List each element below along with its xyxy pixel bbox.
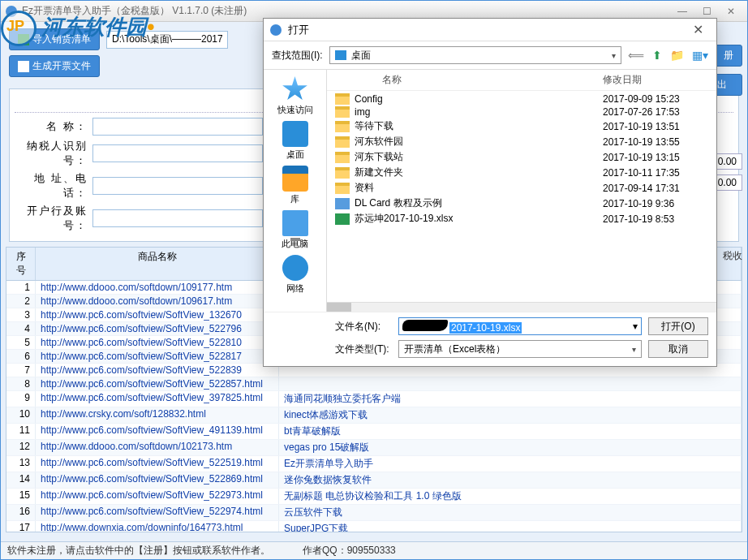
app-icon bbox=[6, 6, 17, 17]
open-dialog: 打开 ✕ 查找范围(I): 桌面 ▾ ⟸ ⬆ 📁 ▦▾ 快速访问 桌面 库 此电… bbox=[263, 18, 717, 367]
file-date: 2017-07-26 17:53 bbox=[603, 106, 708, 118]
file-row[interactable]: 资料2017-09-14 17:31 bbox=[335, 180, 708, 196]
place-quick[interactable]: 快速访问 bbox=[277, 76, 313, 116]
file-row[interactable]: 等待下载2017-10-19 13:51 bbox=[335, 118, 708, 134]
file-row[interactable]: 新建文件夹2017-10-11 17:35 bbox=[335, 165, 708, 180]
file-date: 2017-10-19 8:53 bbox=[603, 213, 708, 225]
file-row[interactable]: 河东软件园2017-10-19 13:55 bbox=[335, 134, 708, 149]
minimize-button[interactable]: — bbox=[671, 4, 694, 19]
cell-seq: 2 bbox=[6, 295, 36, 308]
file-row[interactable]: 苏远坤2017-10-19.xlsx2017-10-19 8:53 bbox=[335, 211, 708, 226]
redacted-icon bbox=[402, 320, 448, 331]
cell-name: 迷你兔数据恢复软件 bbox=[279, 472, 742, 488]
place-library[interactable]: 库 bbox=[282, 166, 308, 205]
folder-icon bbox=[335, 93, 350, 105]
tax-label: 税收 bbox=[723, 249, 742, 263]
file-row[interactable]: Config2017-09-09 15:23 bbox=[335, 93, 708, 106]
address-input[interactable] bbox=[92, 177, 263, 195]
cell-url: http://www.pc6.com/softview/SoftView_522… bbox=[36, 364, 279, 377]
dialog-close-button[interactable]: ✕ bbox=[686, 22, 710, 37]
bank-input[interactable] bbox=[92, 209, 263, 227]
place-network[interactable]: 网络 bbox=[282, 255, 308, 295]
cell-seq: 15 bbox=[6, 489, 36, 504]
table-row[interactable]: 12http://www.ddooo.com/softdown/102173.h… bbox=[6, 440, 742, 456]
import-list-button[interactable]: 导入销货清单 bbox=[9, 28, 100, 50]
excel-icon bbox=[18, 34, 29, 45]
path-input[interactable] bbox=[106, 31, 228, 49]
taxid-label: 纳税人识别号： bbox=[15, 139, 88, 168]
statusbar: 软件未注册，请点击软件中的【注册】按钮或联系软件作者。 作者QQ：9095503… bbox=[1, 541, 747, 559]
maximize-button[interactable]: ☐ bbox=[695, 4, 718, 19]
cell-url: http://www.pc6.com/softview/SoftView_522… bbox=[36, 336, 279, 349]
generate-file-label: 生成开票文件 bbox=[32, 59, 91, 73]
filetype-combo[interactable]: 开票清单（Excel表格）▾ bbox=[398, 340, 642, 358]
bank-label: 开户行及账号： bbox=[15, 204, 88, 233]
cancel-button[interactable]: 取消 bbox=[648, 340, 708, 358]
up-icon[interactable]: ⬆ bbox=[652, 49, 662, 62]
cell-url: http://www.pc6.com/softview/SoftView_491… bbox=[36, 424, 279, 439]
place-thispc[interactable]: 此电脑 bbox=[282, 210, 308, 250]
name-input[interactable] bbox=[92, 118, 263, 136]
folder-icon bbox=[335, 152, 350, 163]
file-name: 等待下载 bbox=[355, 119, 603, 133]
table-row[interactable]: 15http://www.pc6.com/softview/SoftView_5… bbox=[6, 489, 742, 505]
table-row[interactable]: 16http://www.pc6.com/softview/SoftView_5… bbox=[6, 505, 742, 521]
col-name[interactable]: 商品名称 bbox=[36, 248, 279, 280]
cell-name bbox=[279, 377, 742, 390]
desktop-icon bbox=[335, 50, 346, 60]
table-row[interactable]: 10http://www.crsky.com/soft/128832.htmlk… bbox=[6, 407, 742, 424]
name-label: 名 称： bbox=[15, 119, 88, 134]
horizontal-scrollbar[interactable] bbox=[327, 302, 716, 312]
file-date: 2017-10-19 13:15 bbox=[603, 152, 708, 163]
cell-url: http://www.pc6.com/softview/SoftView_522… bbox=[36, 350, 279, 363]
cell-seq: 9 bbox=[6, 391, 36, 407]
register-button[interactable]: 册 bbox=[715, 45, 742, 67]
file-row[interactable]: 河东下载站2017-10-19 13:15 bbox=[335, 149, 708, 165]
taxid-input[interactable] bbox=[92, 144, 263, 162]
cell-seq: 10 bbox=[6, 407, 36, 423]
places-bar: 快速访问 桌面 库 此电脑 网络 bbox=[264, 70, 327, 312]
cell-url: http://www.pc6.com/softview/SoftView_522… bbox=[36, 456, 279, 472]
cell-url: http://www.ddooo.com/softdown/109177.htm bbox=[36, 281, 279, 294]
file-row[interactable]: DL Card 教程及示例2017-10-19 9:36 bbox=[335, 196, 708, 211]
table-row[interactable]: 13http://www.pc6.com/softview/SoftView_5… bbox=[6, 456, 742, 472]
cell-url: http://www.pc6.com/softview/SoftView_132… bbox=[36, 308, 279, 321]
table-row[interactable]: 17http://www.downxia.com/downinfo/164773… bbox=[6, 521, 742, 532]
table-row[interactable]: 14http://www.pc6.com/softview/SoftView_5… bbox=[6, 472, 742, 489]
table-row[interactable]: 11http://www.pc6.com/softview/SoftView_4… bbox=[6, 424, 742, 440]
table-row[interactable]: 8http://www.pc6.com/softview/SoftView_52… bbox=[6, 377, 742, 391]
cell-seq: 1 bbox=[6, 281, 36, 294]
place-desktop[interactable]: 桌面 bbox=[282, 121, 308, 161]
back-icon[interactable]: ⟸ bbox=[628, 49, 644, 62]
filelist-col-date[interactable]: 修改日期 bbox=[603, 73, 708, 87]
file-name: 苏远坤2017-10-19.xlsx bbox=[355, 212, 603, 226]
view-menu-icon[interactable]: ▦▾ bbox=[692, 49, 708, 62]
lookin-combo[interactable]: 桌面 ▾ bbox=[329, 46, 621, 64]
file-row[interactable]: img2017-07-26 17:53 bbox=[335, 106, 708, 118]
col-seq[interactable]: 序号 bbox=[6, 248, 36, 280]
file-date: 2017-09-14 17:31 bbox=[603, 183, 708, 194]
file-name: 河东软件园 bbox=[355, 135, 603, 149]
cell-seq: 4 bbox=[6, 322, 36, 335]
cell-url: http://www.ddooo.com/softdown/102173.htm bbox=[36, 440, 279, 455]
filetype-label: 文件类型(T): bbox=[335, 342, 392, 356]
newfolder-icon[interactable]: 📁 bbox=[670, 49, 684, 62]
xls-icon bbox=[335, 213, 350, 225]
cell-seq: 11 bbox=[6, 424, 36, 439]
file-date: 2017-10-19 13:51 bbox=[603, 121, 708, 132]
table-row[interactable]: 9http://www.pc6.com/softview/SoftView_39… bbox=[6, 391, 742, 407]
filelist-col-name[interactable]: 名称 bbox=[382, 73, 603, 87]
cell-seq: 14 bbox=[6, 472, 36, 488]
cell-name: SuperJPG下载 bbox=[279, 521, 742, 532]
close-button[interactable]: ✕ bbox=[720, 4, 742, 19]
chevron-down-icon: ▾ bbox=[612, 51, 616, 60]
cell-url: http://www.pc6.com/softview/SoftView_522… bbox=[36, 377, 279, 390]
filename-input[interactable]: 2017-10-19.xlsx ▾ bbox=[398, 317, 642, 335]
cell-seq: 5 bbox=[6, 336, 36, 349]
generate-file-button[interactable]: 生成开票文件 bbox=[9, 55, 100, 77]
cell-url: http://www.pc6.com/softview/SoftView_522… bbox=[36, 505, 279, 520]
save-icon bbox=[18, 61, 29, 72]
open-button[interactable]: 打开(O) bbox=[648, 317, 708, 335]
file-name: DL Card 教程及示例 bbox=[355, 196, 603, 210]
address-label: 地 址、电 话： bbox=[15, 171, 88, 200]
